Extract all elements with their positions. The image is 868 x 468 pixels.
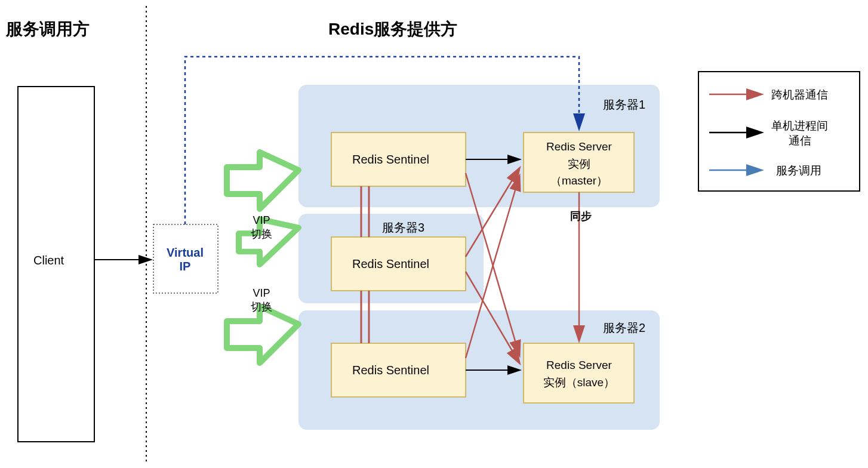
client-label: Client [33,254,64,267]
sentinel2-label: Redis Sentinel [352,257,429,271]
diagram-canvas [0,0,868,468]
sentinel1-label: Redis Sentinel [352,153,429,167]
vip-switch-arrow-1 [227,152,298,209]
virtual-ip-label: Virtual IP [164,246,206,273]
server1-label: 服务器1 [603,97,645,113]
slave-label: Redis Server 实例（slave） [525,357,633,391]
legend-cross-machine: 跨机器通信 [771,87,828,103]
vip-switch-label-2: VIP 切换 [251,287,272,315]
server2-label: 服务器2 [603,320,645,336]
sentinel3-label: Redis Sentinel [352,364,429,377]
legend-service-call: 服务调用 [776,163,821,178]
vip-switch-arrow-3 [227,306,298,363]
legend-single-machine: 单机进程间 通信 [771,119,828,148]
sync-label: 同步 [570,209,592,223]
client-side-title: 服务调用方 [6,18,90,41]
server-side-title: Redis服务提供方 [328,18,457,41]
vip-switch-label-1: VIP 切换 [251,214,272,242]
server3-label: 服务器3 [382,220,424,236]
master-label: Redis Server 实例 （master） [525,138,633,190]
